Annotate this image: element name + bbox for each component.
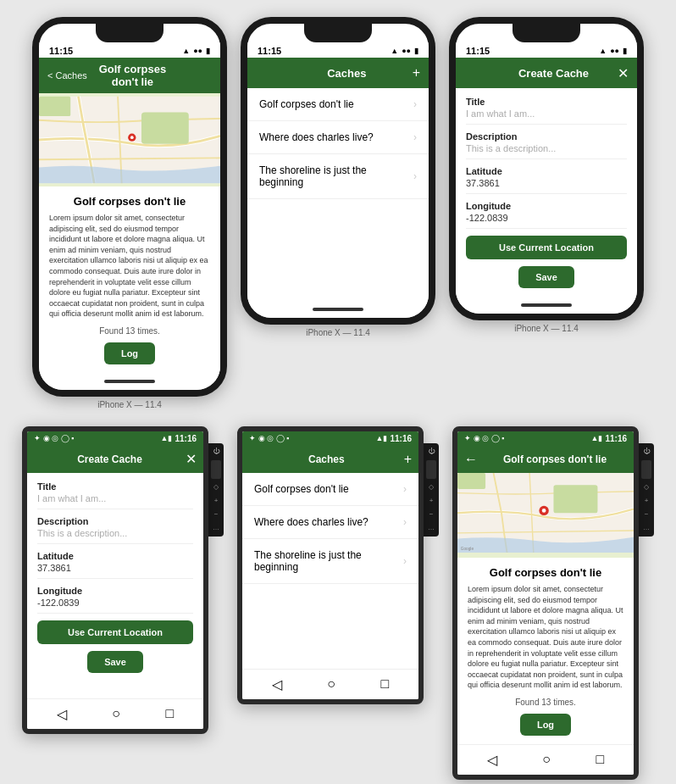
android-wifi-6: ▲▮ — [591, 434, 603, 442]
lat-label: Latitude — [466, 166, 627, 176]
android-chevron-1: › — [403, 483, 407, 495]
android-back-nav-5[interactable]: ◁ — [272, 676, 282, 692]
vol-up-btn-5[interactable] — [426, 460, 436, 479]
status-icons-3: ▲ ●● ▮ — [599, 47, 627, 55]
notch-2 — [304, 24, 372, 42]
status-time: 11:15 — [49, 46, 73, 56]
android-nav-title-5: Caches — [249, 453, 404, 465]
android-nav-bar-4: Create Cache ✕ — [27, 446, 203, 473]
list-item-3[interactable]: The shoreline is just the beginning › — [247, 154, 429, 199]
android-status-icons-left-4: ✦ ◉ ◎ ◯ ▪ — [34, 434, 74, 442]
android-title-input[interactable]: I am what I am... — [37, 493, 193, 509]
list-item-text-1: Golf corpses don't lie — [259, 98, 354, 110]
android-create-cache-form: Title I am what I am... Description This… — [27, 473, 203, 681]
create-cache-form: Title I am what I am... Description This… — [456, 88, 637, 297]
map-svg — [39, 93, 220, 186]
signal-icon-2: ●● — [402, 47, 411, 55]
android-home-nav-6[interactable]: ○ — [542, 752, 551, 767]
phone6-wrapper: ✦ ◉ ◎ ◯ ▪ ▲▮ 11:16 ← Golf corpses don't … — [452, 426, 654, 780]
android-recents-nav-6[interactable]: □ — [596, 752, 605, 767]
zoom-plus-icon[interactable]: + — [211, 496, 221, 506]
add-cache-button[interactable]: + — [413, 65, 420, 81]
cache-description: Lorem ipsum dolor sit amet, consectetur … — [49, 213, 210, 320]
signal-icon: ●● — [193, 47, 202, 55]
log-button[interactable]: Log — [104, 342, 155, 364]
use-location-button[interactable]: Use Current Location — [466, 236, 627, 259]
lon-input[interactable]: -122.0839 — [466, 213, 627, 229]
android-use-location-button[interactable]: Use Current Location — [37, 620, 193, 644]
phone1-ios: 11:15 ▲ ●● ▮ < Caches Golf corpses don't… — [32, 17, 227, 397]
android-lat-input[interactable]: 37.3861 — [37, 563, 193, 579]
chevron-icon-3: › — [413, 170, 417, 182]
android-status-right-6: ▲▮ 11:16 — [591, 434, 628, 443]
notch — [96, 24, 163, 42]
save-button[interactable]: Save — [518, 266, 574, 288]
android-list-item-1[interactable]: Golf corpses don't lie › — [242, 473, 418, 506]
close-button[interactable]: ✕ — [618, 65, 629, 81]
cache-detail: Golf corpses don't lie Lorem ipsum dolor… — [39, 186, 220, 373]
android-list-item-3[interactable]: The shoreline is just the beginning › — [242, 539, 418, 584]
android-back-nav-6[interactable]: ◁ — [487, 752, 497, 768]
ellipsis-icon-5: … — [426, 523, 436, 533]
android-log-button[interactable]: Log — [520, 714, 571, 736]
android-cache-title: Golf corpses don't lie — [468, 566, 623, 579]
phone5-android: ✦ ◉ ◎ ◯ ▪ ▲▮ 11:16 Caches + Golf corpses… — [237, 426, 424, 704]
top-row: 11:15 ▲ ●● ▮ < Caches Golf corpses don't… — [32, 17, 644, 409]
status-icons-2: ▲ ●● ▮ — [391, 47, 418, 55]
android-cache-detail: Golf corpses don't lie Lorem ipsum dolor… — [457, 558, 634, 744]
back-button[interactable]: < Caches — [47, 70, 87, 81]
vol-up-btn-6[interactable] — [641, 460, 651, 479]
phone1-content: Golf corpses don't lie Lorem ipsum dolor… — [39, 93, 220, 373]
android-recents-nav[interactable]: □ — [166, 706, 175, 721]
power-icon-6[interactable]: ⏻ — [641, 447, 651, 457]
list-item-2[interactable]: Where does charles live? › — [247, 121, 429, 154]
wifi-icon-2: ▲ — [391, 47, 398, 55]
android-desc-input[interactable]: This is a description... — [37, 528, 193, 544]
status-time-2: 11:15 — [258, 46, 281, 56]
android-status-bar-4: ✦ ◉ ◎ ◯ ▪ ▲▮ 11:16 — [27, 431, 203, 446]
android-recents-nav-5[interactable]: □ — [381, 676, 390, 692]
power-icon[interactable]: ⏻ — [211, 447, 221, 457]
phone3-wrapper: 11:15 ▲ ●● ▮ Create Cache ✕ Title I am w… — [449, 17, 644, 333]
signal-icon-3: ●● — [610, 47, 619, 55]
home-indicator-3 — [456, 297, 637, 314]
vol-up-btn[interactable] — [211, 460, 221, 479]
android-chevron-2: › — [403, 516, 407, 528]
android-close-btn-4[interactable]: ✕ — [186, 451, 197, 467]
android-home-nav[interactable]: ○ — [112, 706, 120, 721]
zoom-minus-icon[interactable]: − — [211, 509, 221, 520]
zoom-minus-icon-6[interactable]: − — [641, 509, 651, 520]
android-status-right-4: ▲▮ 11:16 — [161, 434, 197, 443]
map-area — [39, 93, 220, 186]
power-icon-5[interactable]: ⏻ — [426, 447, 436, 457]
zoom-plus-icon-6[interactable]: + — [641, 496, 651, 506]
android-add-btn-5[interactable]: + — [404, 452, 412, 467]
zoom-minus-icon-5[interactable]: − — [426, 509, 436, 520]
android-back-btn-6[interactable]: ← — [464, 452, 478, 467]
android-side-btns-6: ⏻ ◇ + − … — [639, 443, 654, 537]
status-bar-2: 11:15 ▲ ●● ▮ — [247, 42, 429, 58]
title-input[interactable]: I am what I am... — [466, 108, 627, 125]
android-save-button[interactable]: Save — [87, 651, 143, 673]
android-time-4: 11:16 — [175, 434, 197, 443]
android-list-item-2[interactable]: Where does charles live? › — [242, 506, 418, 539]
svg-rect-2 — [141, 112, 189, 143]
android-phone6-content: Google Golf corpses don't lie Lorem ipsu… — [457, 473, 634, 744]
android-back-nav[interactable]: ◁ — [57, 706, 67, 722]
status-bar: 11:15 ▲ ●● ▮ — [39, 42, 220, 58]
android-side-btns-5: ⏻ ◇ + − … — [424, 443, 439, 537]
zoom-plus-icon-5[interactable]: + — [426, 496, 436, 506]
battery-icon-3: ▮ — [623, 47, 627, 55]
android-nav-title-6: Golf corpses don't lie — [483, 453, 627, 465]
android-lon-input[interactable]: -122.0839 — [37, 598, 193, 614]
svg-rect-7 — [553, 485, 597, 513]
desc-input[interactable]: This is a description... — [466, 143, 627, 159]
android-home-nav-5[interactable]: ○ — [327, 676, 335, 692]
phone3-content: Title I am what I am... Description This… — [456, 88, 637, 297]
android-time-6: 11:16 — [605, 434, 627, 443]
lat-input[interactable]: 37.3861 — [466, 178, 627, 194]
phone2-content: Golf corpses don't lie › Where does char… — [247, 88, 429, 301]
android-chevron-3: › — [403, 555, 407, 567]
android-nav-bar-5: Caches + — [242, 446, 418, 473]
list-item-1[interactable]: Golf corpses don't lie › — [247, 88, 429, 121]
